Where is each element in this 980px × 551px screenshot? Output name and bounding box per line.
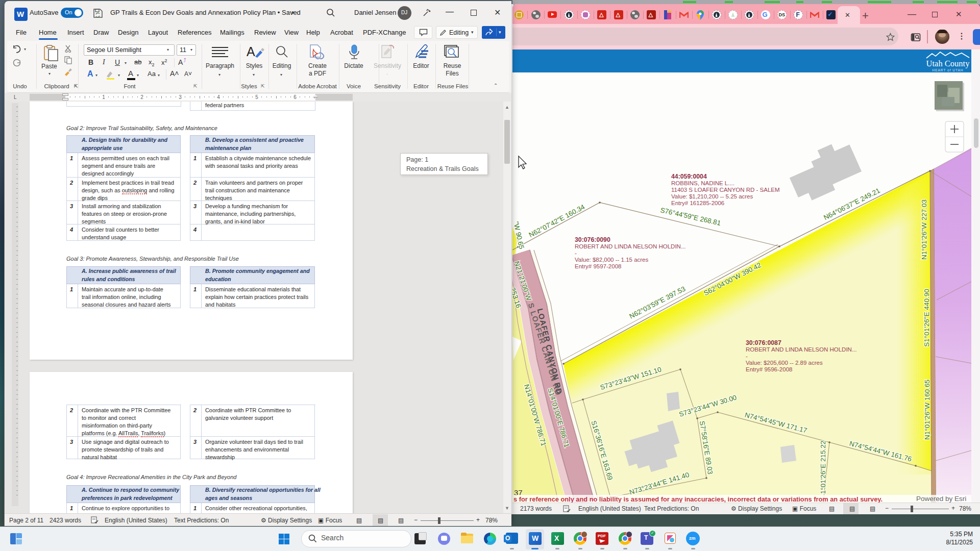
svg-text:s for reference only and no li: s for reference only and no liability is…: [513, 495, 883, 503]
svg-text:Powered by Esri: Powered by Esri: [916, 495, 966, 503]
svg-text:-: -: [746, 353, 748, 359]
svg-text:S1°01'26"E 440.90: S1°01'26"E 440.90: [923, 289, 930, 346]
svg-text:Entry# 9596-2008: Entry# 9596-2008: [746, 366, 792, 372]
svg-text:-: -: [575, 250, 577, 256]
svg-text:Entry# 9597-2008: Entry# 9597-2008: [575, 263, 621, 269]
svg-text:N1°01'26"W 227.03: N1°01'26"W 227.03: [920, 199, 928, 260]
svg-text:Entry# 161285-2006: Entry# 161285-2006: [671, 200, 724, 206]
svg-text:ROBERT AND LINDA NELSON HOLDIN: ROBERT AND LINDA NELSON HOLDIN...: [575, 243, 686, 249]
svg-text:44:059:0004: 44:059:0004: [671, 173, 707, 180]
svg-text:ROBERT AND LINDA NELSON HOLDIN: ROBERT AND LINDA NELSON HOLDIN...: [746, 346, 857, 353]
svg-text:Value: $205,600 -- 2.89 acres: Value: $205,600 -- 2.89 acres: [746, 360, 823, 366]
svg-text:ROBBINS, NADINE L....: ROBBINS, NADINE L....: [671, 180, 734, 186]
svg-text:Value: $1,210,200 -- 5.25 acre: Value: $1,210,200 -- 5.25 acres: [671, 193, 753, 199]
svg-text:30:076:0090: 30:076:0090: [575, 236, 610, 243]
svg-text:N1°01'26"W 160.65: N1°01'26"W 160.65: [923, 380, 931, 440]
svg-text:1°01'26"E 215.22: 1°01'26"E 215.22: [819, 441, 827, 494]
svg-text:Value: $82,000 -- 1.15 acres: Value: $82,000 -- 1.15 acres: [575, 257, 649, 263]
svg-text:30:076:0087: 30:076:0087: [746, 339, 781, 346]
svg-text:11403 S LOAFER CANYON RD - SAL: 11403 S LOAFER CANYON RD - SALEM: [671, 187, 780, 193]
